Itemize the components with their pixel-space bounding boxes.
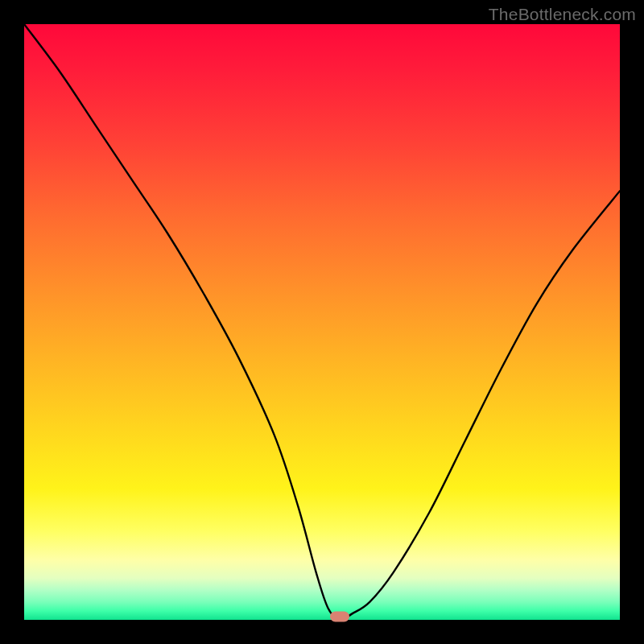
chart-frame: TheBottleneck.com [0,0,644,644]
plot-area [24,24,620,620]
curve-svg [24,24,620,620]
bottleneck-curve [24,24,620,620]
optimum-marker [330,612,349,622]
watermark-text: TheBottleneck.com [489,5,636,24]
